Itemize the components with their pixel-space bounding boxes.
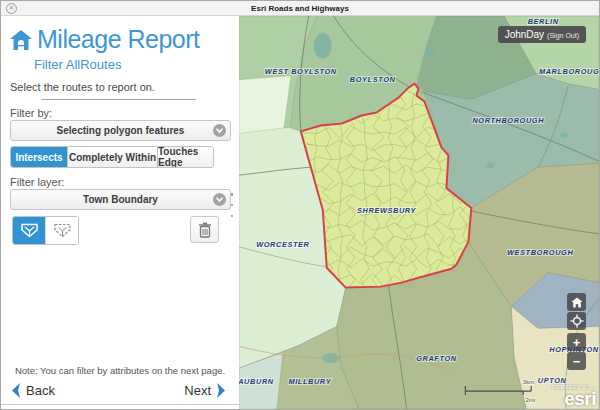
basemap-svg: BERLINWEST BOYLSTONBOYLSTONMARLBOROUGHNO… xyxy=(239,16,599,409)
minus-icon: − xyxy=(573,355,581,368)
report-panel: Mileage Report Filter AllRoutes Select t… xyxy=(1,16,240,405)
clear-selection-button[interactable] xyxy=(190,216,219,243)
filter-by-label: Filter by: xyxy=(10,107,52,119)
filter-subtitle[interactable]: Filter AllRoutes xyxy=(34,57,121,72)
esri-brand: esri xyxy=(552,389,596,408)
town-label-millbury: MILLBURY xyxy=(288,377,331,386)
town-label-boylston: BOYLSTON xyxy=(350,75,396,84)
plus-icon: + xyxy=(573,336,581,349)
town-label-auburn: AUBURN xyxy=(239,377,274,386)
town-label-west-boylston: WEST BOYLSTON xyxy=(265,67,337,76)
town-label-shrewsbury: SHREWSBURY xyxy=(357,206,417,215)
new-selection-button[interactable] xyxy=(46,217,78,244)
note-text: Note: You can filter by attributes on th… xyxy=(1,365,239,376)
sign-out-label: (Sign Out) xyxy=(547,27,579,44)
trash-icon xyxy=(198,222,212,238)
town-label-upton: UPTON xyxy=(538,376,567,385)
town-label-berlin: BERLIN xyxy=(528,17,559,26)
home-icon xyxy=(571,297,583,308)
next-button[interactable]: Next xyxy=(184,382,227,399)
next-label: Next xyxy=(184,383,211,398)
intersects-button[interactable]: Intersects xyxy=(11,147,68,167)
home-extent-button[interactable] xyxy=(567,293,586,311)
locate-button[interactable] xyxy=(567,312,586,330)
filter-layer-value: Town Boundary xyxy=(11,190,230,209)
app-window: ✕ Esri Roads and Highways Mileage Report… xyxy=(0,0,600,410)
home-icon xyxy=(9,29,33,51)
town-label-worcester: WORCESTER xyxy=(256,240,309,249)
filter-by-value: Selecting polygon features xyxy=(11,121,230,140)
locate-icon xyxy=(570,314,584,328)
esri-logo: POWERED BY esri xyxy=(552,386,596,409)
chevron-down-icon xyxy=(213,124,226,137)
town-label-grafton: GRAFTON xyxy=(416,354,457,363)
back-label: Back xyxy=(26,383,55,398)
polygon-select-icon xyxy=(20,222,39,239)
back-button[interactable]: Back xyxy=(10,382,55,399)
window-title: Esri Roads and Highways xyxy=(1,1,599,16)
selection-tool-group xyxy=(12,216,79,245)
select-by-polygon-button[interactable] xyxy=(13,217,46,244)
completely-within-button[interactable]: Completely Within xyxy=(68,147,158,167)
chevron-left-icon xyxy=(10,382,21,399)
spatial-relation-segmented: Intersects Completely Within Touches Edg… xyxy=(10,146,214,168)
zoom-out-button[interactable]: − xyxy=(567,352,586,370)
scale-km-label: 3km xyxy=(523,379,534,385)
polygon-outline-icon xyxy=(53,222,72,239)
divider xyxy=(41,99,196,100)
touches-edge-button[interactable]: Touches Edge xyxy=(158,147,213,167)
user-sign-out-button[interactable]: JohnDay (Sign Out) xyxy=(498,26,586,43)
scale-mi-label: 2mi xyxy=(526,397,536,403)
user-name: JohnDay xyxy=(505,26,544,43)
town-label-northborough: NORTHBOROUGH xyxy=(472,116,544,125)
instruction-text: Select the routes to report on. xyxy=(10,81,155,93)
page-title-row: Mileage Report xyxy=(9,25,200,54)
chevron-right-icon xyxy=(216,382,227,399)
town-label-marlborough: MARLBOROUGH xyxy=(539,67,599,76)
town-label-westborough: WESTBOROUGH xyxy=(507,248,573,257)
filter-by-dropdown[interactable]: Selecting polygon features xyxy=(10,120,231,141)
page-title: Mileage Report xyxy=(37,25,200,54)
filter-layer-dropdown[interactable]: Town Boundary xyxy=(10,189,231,210)
zoom-in-button[interactable]: + xyxy=(567,333,586,351)
panel-resize-handle[interactable] xyxy=(230,193,234,217)
titlebar: ✕ Esri Roads and Highways xyxy=(1,1,599,16)
map-view[interactable]: BERLINWEST BOYLSTONBOYLSTONMARLBOROUGHNO… xyxy=(239,16,599,409)
nav-row: Back Next xyxy=(1,382,239,406)
chevron-down-icon xyxy=(213,193,226,206)
filter-layer-label: Filter layer: xyxy=(10,176,64,188)
